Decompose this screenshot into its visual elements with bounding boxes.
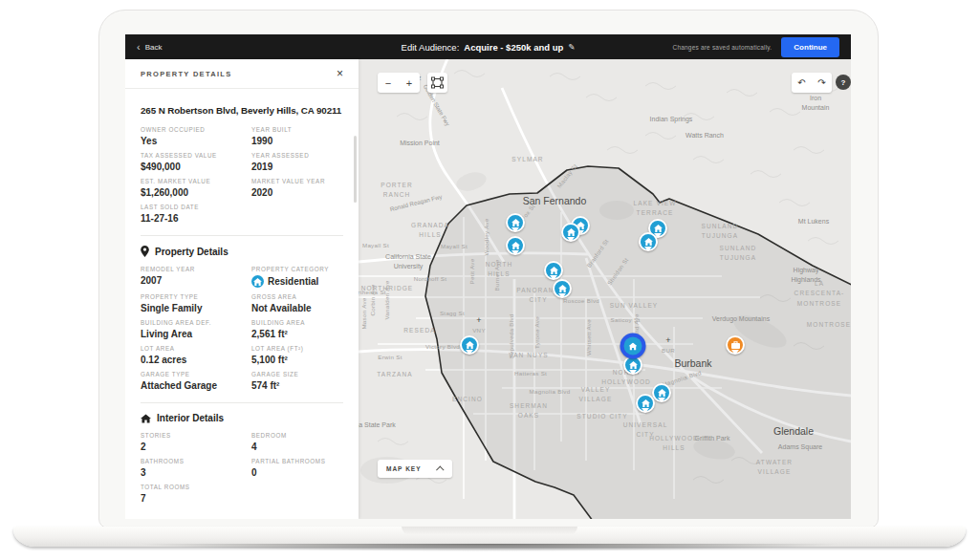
close-icon[interactable]: × [337,69,343,78]
help-button[interactable]: ? [836,75,851,90]
field: EST. MARKET VALUE$1,260,000 [141,178,246,198]
continue-button[interactable]: Continue [781,37,839,57]
field-label: YEAR ASSESSED [251,152,345,159]
redo-icon[interactable]: ↷ [812,73,832,93]
field-value: 574 ft² [251,380,345,391]
map-canvas[interactable]: WaltzIron MountainIndian SpringsWatts Ra… [359,59,851,519]
draw-area-button[interactable] [427,73,447,93]
laptop-screen-bezel: ‹ Back Edit Audience: Acquire - $250k an… [98,10,879,528]
zoom-out-button[interactable]: − [378,73,399,93]
field-value: 11-27-16 [141,213,246,224]
field-value: Single Family [141,303,246,313]
section-header-interior-details: Interior Details [141,413,343,423]
field-value: Attached Garage [141,380,246,391]
panel-scrollbar[interactable] [354,136,357,203]
topbar-right: Changes are saved automatically. Continu… [672,37,839,57]
field-label: GARAGE TYPE [141,371,246,377]
field-value: 1990 [251,136,345,146]
zoom-in-button[interactable]: + [399,73,420,93]
autosave-status: Changes are saved automatically. [672,44,772,51]
field: LAST SOLD DATE11-27-16 [141,204,246,224]
field: YEAR ASSESSED2019 [251,152,345,172]
field-value: Yes [141,136,246,146]
field: PARTIAL BATHROOMS0 [251,458,345,478]
house-icon [644,238,653,246]
field-value: 2019 [251,162,345,172]
field-value: Living Area [141,329,246,339]
field: BUILDING AREA DEF.Living Area [141,319,246,339]
house-icon [558,285,567,292]
field: PROPERTY TYPESingle Family [141,293,246,313]
field: STORIES2 [141,432,246,452]
field-label: BUILDING AREA DEF. [141,319,246,326]
home-marker-icon [624,337,642,355]
undo-icon[interactable]: ↶ [792,73,812,93]
house-icon [511,242,520,249]
house-icon [141,414,151,423]
field-value: 7 [141,493,246,504]
house-icon [629,342,638,350]
property-marker[interactable] [506,213,525,232]
field-label: TOTAL ROOMS [141,484,246,490]
back-label: Back [145,43,163,52]
field: PROPERTY CATEGORYResidential [251,266,345,288]
field: LOT AREA (FT²)5,100 ft² [251,345,345,365]
back-chevron-icon: ‹ [137,43,141,51]
field: BATHROOMS3 [141,458,246,478]
map-artwork [359,59,851,519]
map-key-toggle[interactable]: MAP KEY [378,460,452,478]
house-icon [253,278,262,286]
field-value: $490,000 [141,162,246,172]
back-button[interactable]: ‹ Back [137,43,162,52]
field-value: 0 [251,467,345,478]
field-label: PROPERTY TYPE [141,293,246,300]
poi-marker[interactable] [726,335,745,355]
field-label: BATHROOMS [141,458,246,464]
property-marker[interactable] [506,236,525,255]
field-label: LOT AREA (FT²) [251,345,345,352]
briefcase-icon [731,341,740,349]
field-value: Residential [251,275,345,288]
field-label: GROSS AREA [251,293,345,300]
section-fields: STORIES2BEDROOM4BATHROOMS3PARTIAL BATHRO… [141,432,343,504]
field-label: STORIES [141,432,246,439]
panel-title: PROPERTY DETAILS [141,70,232,78]
section-fields: REMODEL YEAR2007PROPERTY CATEGORYResiden… [141,266,343,391]
selected-property-marker[interactable] [620,334,646,359]
audience-name: Acquire - $250k and up [464,42,563,53]
field: BUILDING AREA2,561 ft² [251,319,345,339]
property-details-panel: PROPERTY DETAILS × 265 N Robertson Blvd,… [125,59,359,519]
location-pin-icon [141,246,149,257]
field-value: Not Available [251,303,345,313]
field: GARAGE TYPEAttached Garage [141,371,246,391]
field-label: REMODEL YEAR [141,266,246,272]
property-address: 265 N Robertson Blvd, Beverly Hills, CA … [141,105,343,116]
section-title: Interior Details [157,413,224,423]
panel-header: PROPERTY DETAILS × [125,59,359,89]
top-bar: ‹ Back Edit Audience: Acquire - $250k an… [125,34,851,59]
property-marker[interactable] [636,394,655,413]
field-value: 5,100 ft² [251,355,345,365]
field-label: TAX ASSESSED VALUE [141,152,246,159]
property-marker[interactable] [460,335,479,355]
field-value: 2007 [141,275,246,286]
field: REMODEL YEAR2007 [141,266,246,288]
field-value: 3 [141,467,246,478]
edit-pencil-icon[interactable]: ✎ [568,42,575,52]
property-marker[interactable] [544,261,563,280]
field-value: $1,260,000 [141,187,246,198]
residential-category-icon [251,275,264,288]
property-marker[interactable] [561,223,580,242]
field-value: 0.12 acres [141,355,246,365]
field: TOTAL ROOMS7 [141,484,246,504]
field-label: YEAR BUILT [251,126,345,133]
property-marker[interactable] [652,383,671,402]
property-marker[interactable] [639,232,658,251]
page-title: Edit Audience: Acquire - $250k and up ✎ [402,42,576,53]
zoom-control: − + [378,73,420,93]
property-marker[interactable] [553,279,572,298]
app-window: ‹ Back Edit Audience: Acquire - $250k an… [125,34,851,519]
house-icon [567,228,576,236]
field: GARAGE SIZE574 ft² [251,371,345,391]
field-value: 4 [251,442,345,452]
